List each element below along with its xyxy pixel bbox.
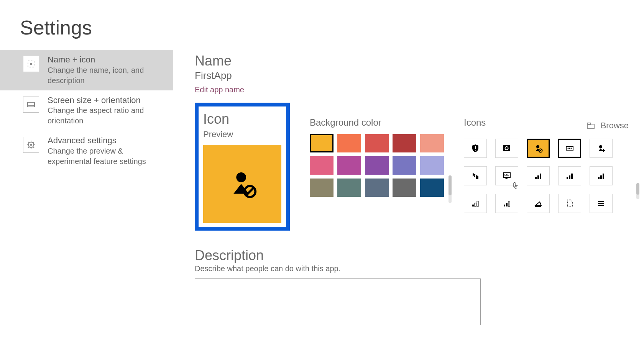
color-swatch[interactable]: [365, 134, 389, 152]
keyboard-screen-icon: [502, 171, 511, 180]
bars-small-icon: [534, 171, 543, 180]
description-heading: Description: [195, 247, 629, 264]
icon-preview-frame: Icon Preview: [195, 103, 290, 231]
icons-section: Icons Browse: [464, 103, 629, 213]
color-swatch[interactable]: [393, 156, 416, 175]
background-color-section: Background color: [310, 103, 444, 197]
page-dotted-icon: [565, 199, 574, 208]
browse-button[interactable]: Browse: [586, 121, 629, 131]
icon-heading: Icon: [203, 111, 281, 127]
sidebar-item-screen-size[interactable]: Screen size + orientation Change the asp…: [0, 90, 173, 131]
main-panel: Name FirstApp Edit app name Icon Preview…: [173, 46, 644, 327]
color-swatch[interactable]: [365, 156, 389, 175]
bars-2-icon: [502, 199, 511, 208]
shield-alert-icon: [471, 144, 480, 153]
sidebar-item-subtitle: Change the name, icon, and description: [48, 65, 166, 86]
color-swatch[interactable]: [393, 179, 416, 197]
sidebar-item-title: Advanced settings: [48, 135, 166, 146]
color-scrollbar[interactable]: [449, 175, 452, 203]
page-title: Settings: [0, 0, 644, 46]
user-blocked-icon: [534, 144, 543, 153]
color-swatch[interactable]: [337, 179, 361, 197]
color-swatch[interactable]: [365, 179, 389, 197]
folder-icon: [586, 121, 596, 130]
color-swatch[interactable]: [310, 179, 334, 197]
color-swatch[interactable]: [420, 134, 444, 152]
dots-box-icon: [565, 144, 574, 153]
icon-option[interactable]: [590, 139, 613, 158]
color-swatch[interactable]: [420, 156, 444, 175]
user-blocked-icon: [227, 169, 258, 199]
color-swatch[interactable]: [393, 134, 416, 152]
icons-grid: [464, 139, 629, 213]
icon-option[interactable]: [464, 194, 487, 213]
icon-option[interactable]: [495, 139, 518, 158]
sidebar-item-title: Name + icon: [48, 54, 166, 65]
name-heading: Name: [195, 53, 629, 69]
app-name-value: FirstApp: [195, 70, 629, 82]
menu-lines-icon: [596, 199, 606, 208]
icon-preview-tile: [203, 145, 281, 223]
color-swatch[interactable]: [337, 156, 361, 175]
icon-option[interactable]: [527, 194, 550, 213]
gear-icon: [23, 137, 39, 153]
scanner-icon: [534, 199, 543, 208]
sidebar-item-subtitle: Change the preview & experimental featur…: [48, 146, 166, 167]
icon-option[interactable]: [590, 194, 613, 213]
background-color-heading: Background color: [310, 117, 444, 128]
description-hint: Describe what people can do with this ap…: [195, 264, 629, 273]
screen-icon: [23, 97, 39, 113]
browse-label: Browse: [601, 121, 629, 131]
color-grid: [310, 134, 444, 197]
refresh-panel-icon: [502, 144, 511, 153]
sidebar-item-title: Screen size + orientation: [48, 95, 166, 106]
edit-app-name-link[interactable]: Edit app name: [195, 85, 244, 94]
icon-option[interactable]: [527, 139, 550, 158]
color-swatch[interactable]: [337, 134, 361, 152]
description-section: Description Describe what people can do …: [195, 247, 629, 327]
grid-icon: [23, 56, 39, 72]
icon-option[interactable]: [558, 139, 581, 158]
icon-option[interactable]: [495, 166, 518, 185]
bars-1-icon: [471, 199, 480, 208]
pointer-hand-icon: [471, 171, 480, 180]
description-input[interactable]: [195, 278, 481, 325]
color-swatch[interactable]: [420, 179, 444, 197]
color-swatch[interactable]: [310, 156, 334, 175]
user-add-icon: [596, 144, 606, 153]
sidebar-item-name-icon[interactable]: Name + icon Change the name, icon, and d…: [0, 50, 173, 90]
icon-option[interactable]: [464, 166, 487, 185]
bars-large-icon: [596, 171, 606, 180]
icon-option[interactable]: [464, 139, 487, 158]
settings-sidebar: Name + icon Change the name, icon, and d…: [0, 46, 173, 327]
sidebar-item-subtitle: Change the aspect ratio and orientation: [48, 105, 166, 126]
icon-option[interactable]: [527, 166, 550, 185]
preview-label: Preview: [203, 129, 281, 139]
icon-option[interactable]: [558, 194, 581, 213]
icon-option[interactable]: [590, 166, 613, 185]
icon-option[interactable]: [558, 166, 581, 185]
icons-scrollbar[interactable]: [636, 183, 639, 199]
bars-med-icon: [565, 171, 574, 180]
icons-heading: Icons: [464, 117, 486, 128]
sidebar-item-advanced[interactable]: Advanced settings Change the preview & e…: [0, 131, 173, 171]
icon-option[interactable]: [495, 194, 518, 213]
color-swatch[interactable]: [310, 134, 334, 152]
